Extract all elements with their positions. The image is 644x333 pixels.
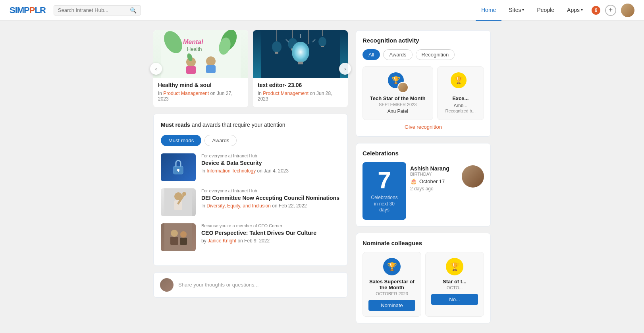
share-input[interactable]: Share your thoughts or questions... <box>178 282 341 288</box>
center-column: ‹ Mental Health <box>153 30 348 323</box>
notification-badge[interactable]: 6 <box>592 6 600 15</box>
trophy-icon-2: 🏆 <box>451 72 467 88</box>
article-meta-dei: In Diversity, Equity, and Inclusion on F… <box>201 203 340 209</box>
nominate-button-2[interactable]: No... <box>431 294 478 305</box>
article-meta-ceo: by Janice Knight on Feb 9, 2022 <box>201 238 340 244</box>
article-title-device[interactable]: Device & Data Security <box>201 159 340 166</box>
recognition-detail-2: Recognized b... <box>443 108 478 113</box>
recognition-card-1: 🏆 Tech Star of the Month September 2023 … <box>362 66 433 120</box>
svg-rect-41 <box>180 238 187 245</box>
carousel-card-category[interactable]: Product Management <box>163 91 209 96</box>
svg-point-21 <box>292 42 309 62</box>
recognition-award-1: Tech Star of the Month <box>368 95 427 101</box>
svg-point-16 <box>272 41 282 52</box>
celebrations-label: Celebrations in next 30 days <box>369 195 400 213</box>
article-thumb-device <box>161 153 196 181</box>
svg-point-36 <box>182 192 186 196</box>
lightbulb-image <box>253 30 348 78</box>
celebration-person-name: Ashish Narang <box>410 165 458 172</box>
svg-rect-17 <box>275 52 278 54</box>
search-input[interactable] <box>58 7 127 13</box>
filter-all[interactable]: All <box>362 49 380 60</box>
carousel-container: ‹ Mental Health <box>153 30 348 107</box>
nav-sites[interactable]: Sites ▾ <box>503 0 530 21</box>
svg-point-8 <box>206 56 216 66</box>
right-column: Recognition activity All Awards Recognit… <box>356 30 491 323</box>
recognition-award-2: Exce... <box>443 95 478 101</box>
tab-awards[interactable]: Awards <box>204 135 237 146</box>
nominate-trophy-1: 🏆 <box>383 258 401 275</box>
carousel-card-body: Healthy mind & soul In Product Managemen… <box>153 78 248 107</box>
article-title-ceo[interactable]: CEO Perspective: Talent Drives Our Cultu… <box>201 229 340 236</box>
article-category-device[interactable]: Information Technology <box>206 168 256 174</box>
carousel-card-tech[interactable]: text editor- 23.06 In Product Management… <box>253 30 348 107</box>
filter-awards[interactable]: Awards <box>383 49 412 60</box>
ceo-corner-link[interactable]: CEO Corner <box>258 223 282 228</box>
celebration-avatar <box>462 165 484 188</box>
search-box: 🔍 <box>54 5 141 15</box>
article-thumb-ceo <box>161 223 196 251</box>
article-author-ceo[interactable]: Janice Knight <box>208 238 236 244</box>
recognition-cards: 🏆 Tech Star of the Month September 2023 … <box>362 66 484 120</box>
nav-people[interactable]: People <box>531 0 560 21</box>
chevron-down-icon: ▾ <box>522 8 524 12</box>
recognition-period-1: September 2023 <box>368 102 427 107</box>
svg-text:Mental: Mental <box>183 39 203 45</box>
nominate-period-2: Octo... <box>431 285 478 290</box>
nominate-award-2: Star of t... <box>431 279 478 285</box>
nominate-period-1: October 2023 <box>368 291 415 296</box>
celebration-time-ago: 2 days ago <box>410 186 458 192</box>
nav-apps[interactable]: Apps ▾ <box>561 0 588 21</box>
article-thumb-dei <box>161 188 196 216</box>
dei-illustration <box>164 188 192 216</box>
recognition-card-2: 🏆 Exce... Amb... Recognized b... <box>437 66 484 120</box>
carousel-card-category-tech[interactable]: Product Management <box>263 91 309 96</box>
tab-must-reads[interactable]: Must reads <box>161 135 201 146</box>
article-category-dei[interactable]: Diversity, Equity, and Inclusion <box>206 203 271 209</box>
give-recognition-link[interactable]: Give recognition <box>362 120 484 130</box>
recognition-avatar-1 <box>397 82 409 93</box>
carousel-next-button[interactable]: › <box>339 63 351 75</box>
lightbulb-illustration <box>261 30 340 78</box>
celebrations-title: Celebrations <box>362 150 484 157</box>
svg-rect-7 <box>186 66 196 74</box>
svg-rect-31 <box>178 170 179 172</box>
add-button[interactable]: + <box>605 5 616 16</box>
filter-recognition[interactable]: Recognition <box>416 49 455 60</box>
user-avatar[interactable] <box>621 4 634 17</box>
search-icon: 🔍 <box>130 7 137 14</box>
recognition-icon-wrap-2: 🏆 <box>451 72 470 92</box>
nav-home[interactable]: Home <box>476 0 501 21</box>
recognition-person-2: Amb... <box>443 103 478 108</box>
carousel-card-body-tech: text editor- 23.06 In Product Management… <box>253 78 348 107</box>
svg-text:Health: Health <box>187 46 202 52</box>
article-audience-ceo: Because you're a member of CEO Corner <box>201 223 340 228</box>
mental-health-image: Mental Health <box>153 30 248 78</box>
carousel-card-meta: In Product Management on Jun 27, 2023 <box>158 91 243 102</box>
svg-rect-22 <box>298 62 303 64</box>
article-audience: For everyone at Intranet Hub <box>201 153 340 158</box>
chevron-down-icon: ▾ <box>581 8 583 12</box>
must-reads-tabs: Must reads Awards <box>161 135 340 146</box>
carousel-card-mental[interactable]: Mental Health Healt <box>153 30 248 107</box>
logo[interactable]: SIMPPLR <box>10 5 46 15</box>
nominate-button-1[interactable]: Nominate <box>368 300 415 311</box>
nominate-title: Nominate colleagues <box>362 240 484 246</box>
carousel-prev-button[interactable]: ‹ <box>150 63 162 75</box>
carousel-card-title-tech: text editor- 23.06 <box>258 82 343 88</box>
article-title-dei[interactable]: DEI Committee Now Accepting Council Nomi… <box>201 194 340 201</box>
svg-rect-39 <box>170 237 178 245</box>
must-reads-header: Must reads and awards that require your … <box>161 121 340 129</box>
svg-rect-27 <box>321 46 324 47</box>
celebration-person: Ashish Narang Birthday 🎂 October 17 2 da… <box>410 162 484 220</box>
article-info-dei: For everyone at Intranet Hub DEI Committ… <box>201 188 340 209</box>
article-audience-dei: For everyone at Intranet Hub <box>201 188 340 193</box>
ceo-illustration <box>164 223 192 251</box>
svg-rect-37 <box>164 223 192 251</box>
must-reads-card: Must reads and awards that require your … <box>153 114 348 266</box>
article-item-dei: For everyone at Intranet Hub DEI Committ… <box>161 188 340 216</box>
avatar-image <box>621 4 634 17</box>
mental-health-illustration: Mental Health <box>161 30 241 78</box>
recognition-person-1: Anu Patel <box>368 108 427 114</box>
celebrations-container: 7 Celebrations in next 30 days Ashish Na… <box>362 162 484 220</box>
